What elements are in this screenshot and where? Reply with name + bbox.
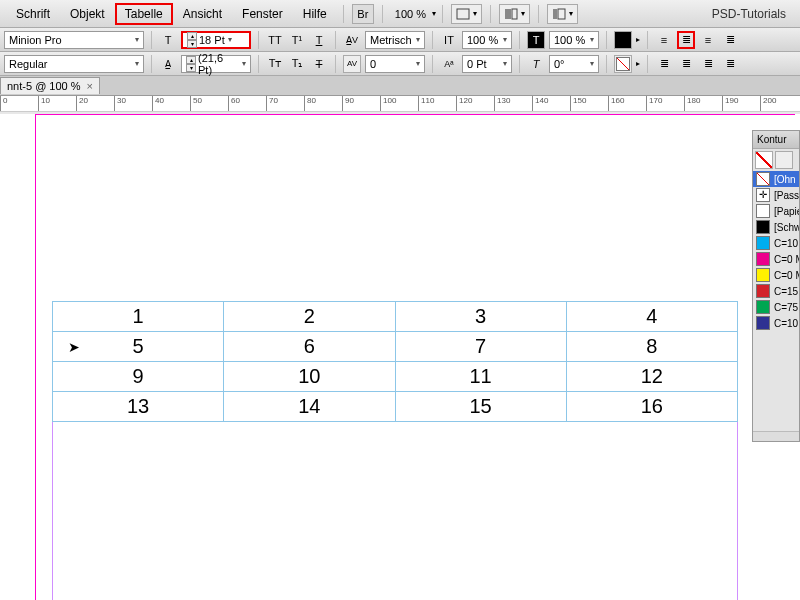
table-row[interactable]: 9101112 <box>53 362 738 392</box>
table-cell[interactable]: 12 <box>566 362 737 392</box>
tracking-input[interactable]: 0 <box>365 55 425 73</box>
font-family-select[interactable]: Minion Pro <box>4 31 144 49</box>
table-cell[interactable]: 3 <box>395 302 566 332</box>
swatch-label: C=10 <box>774 318 798 329</box>
panel-title[interactable]: Kontur <box>753 131 799 149</box>
underline-icon[interactable]: T <box>310 31 328 49</box>
menu-bar: Schrift Objekt Tabelle Ansicht Fenster H… <box>0 0 800 28</box>
table-cell[interactable]: 6 <box>224 332 395 362</box>
skew-input[interactable]: 0° <box>549 55 599 73</box>
bridge-button[interactable]: Br <box>352 4 374 24</box>
table-cell[interactable]: 9 <box>53 362 224 392</box>
strike-icon[interactable]: T <box>310 55 328 73</box>
superscript-icon[interactable]: T¹ <box>288 31 306 49</box>
menu-fenster[interactable]: Fenster <box>232 3 293 25</box>
justify-right-icon[interactable]: ≣ <box>699 55 717 73</box>
workspace-dropdown[interactable] <box>547 4 578 24</box>
kerning-icon: A̲V <box>343 31 361 49</box>
table-row[interactable]: 1234 <box>53 302 738 332</box>
stroke-tool[interactable] <box>775 151 793 169</box>
document-canvas[interactable]: 12345678910111213141516 ➤ <box>0 114 800 600</box>
swatch-item[interactable]: [Schw <box>753 219 799 235</box>
baseline-icon: Aª <box>440 55 458 73</box>
menu-ansicht[interactable]: Ansicht <box>173 3 232 25</box>
swatch-item[interactable]: C=15 <box>753 283 799 299</box>
screen-mode-dropdown[interactable] <box>451 4 482 24</box>
fill-tool[interactable] <box>755 151 773 169</box>
swatch-item[interactable]: C=0 M <box>753 251 799 267</box>
charfill-icon[interactable]: T <box>527 31 545 49</box>
smallcaps-icon[interactable]: Tᴛ <box>266 55 284 73</box>
table-cell[interactable]: 4 <box>566 302 737 332</box>
ruler-tick: 110 <box>418 96 434 112</box>
swatch-list: [Ohn[Passe[Papie[SchwC=10C=0 MC=0 MC=15C… <box>753 171 799 331</box>
ruler-tick: 80 <box>304 96 316 112</box>
table-cell[interactable]: 1 <box>53 302 224 332</box>
inserted-table[interactable]: 12345678910111213141516 <box>52 301 738 422</box>
size-down[interactable]: ▾ <box>187 40 197 48</box>
font-size-icon: T <box>159 31 177 49</box>
tracking-icon: AV <box>343 55 361 73</box>
panel-scrollbar[interactable] <box>753 431 799 441</box>
horizontal-ruler[interactable]: 0102030405060708090100110120130140150160… <box>0 96 800 112</box>
swatch-color <box>756 172 770 186</box>
swatch-label: C=0 M <box>774 254 799 265</box>
table-cell[interactable]: 7 <box>395 332 566 362</box>
document-tab[interactable]: nnt-5 @ 100 % × <box>0 77 100 94</box>
ruler-tick: 70 <box>266 96 278 112</box>
menu-schrift[interactable]: Schrift <box>6 3 60 25</box>
table-cell[interactable]: 10 <box>224 362 395 392</box>
stroke-swatch[interactable] <box>614 55 632 73</box>
ruler-tick: 180 <box>684 96 700 112</box>
panel-tools <box>753 149 799 171</box>
swatch-item[interactable]: C=75 <box>753 299 799 315</box>
subscript-icon[interactable]: T₁ <box>288 55 306 73</box>
close-tab-icon[interactable]: × <box>87 80 93 92</box>
table-cell[interactable]: 14 <box>224 392 395 422</box>
align-justify-icon[interactable]: ≣ <box>721 31 739 49</box>
svg-rect-4 <box>558 9 565 19</box>
kerning-select[interactable]: Metrisch <box>365 31 425 49</box>
swatch-color <box>756 284 770 298</box>
leading-input[interactable]: ▴▾ (21,6 Pt) ▾ <box>181 55 251 73</box>
table-cell[interactable]: 13 <box>53 392 224 422</box>
align-right-icon[interactable]: ≡ <box>699 31 717 49</box>
vscale-input[interactable]: 100 % <box>462 31 512 49</box>
font-size-input[interactable]: ▴▾ 18 Pt ▾ <box>181 31 251 49</box>
justify-all-icon[interactable]: ≣ <box>721 55 739 73</box>
menu-objekt[interactable]: Objekt <box>60 3 115 25</box>
justify-center-icon[interactable]: ≣ <box>677 55 695 73</box>
table-row[interactable]: 13141516 <box>53 392 738 422</box>
baseline-input[interactable]: 0 Pt <box>462 55 512 73</box>
table-row[interactable]: 5678 <box>53 332 738 362</box>
swatch-item[interactable]: [Ohn <box>753 171 799 187</box>
swatch-item[interactable]: C=0 M <box>753 267 799 283</box>
fill-swatch[interactable] <box>614 31 632 49</box>
justify-left-icon[interactable]: ≣ <box>655 55 673 73</box>
size-up[interactable]: ▴ <box>187 32 197 40</box>
ruler-tick: 190 <box>722 96 738 112</box>
align-center-icon[interactable]: ≣ <box>677 31 695 49</box>
swatch-item[interactable]: [Passe <box>753 187 799 203</box>
menu-tabelle[interactable]: Tabelle <box>115 3 173 25</box>
table-cell[interactable]: 5 <box>53 332 224 362</box>
table-cell[interactable]: 11 <box>395 362 566 392</box>
align-left-icon[interactable]: ≡ <box>655 31 673 49</box>
zoom-level[interactable]: 100 % <box>389 8 432 20</box>
allcaps-icon[interactable]: TT <box>266 31 284 49</box>
character-toolbar-1: Minion Pro T ▴▾ 18 Pt ▾ TT T¹ T A̲V Metr… <box>0 28 800 52</box>
swatch-item[interactable]: C=10 <box>753 315 799 331</box>
font-style-select[interactable]: Regular <box>4 55 144 73</box>
ruler-tick: 130 <box>494 96 510 112</box>
ruler-tick: 170 <box>646 96 662 112</box>
swatch-color <box>756 188 770 202</box>
menu-hilfe[interactable]: Hilfe <box>293 3 337 25</box>
hscale-input[interactable]: 100 % <box>549 31 599 49</box>
swatch-item[interactable]: C=10 <box>753 235 799 251</box>
arrange-dropdown[interactable] <box>499 4 530 24</box>
table-cell[interactable]: 2 <box>224 302 395 332</box>
table-cell[interactable]: 15 <box>395 392 566 422</box>
swatch-item[interactable]: [Papie <box>753 203 799 219</box>
table-cell[interactable]: 8 <box>566 332 737 362</box>
table-cell[interactable]: 16 <box>566 392 737 422</box>
